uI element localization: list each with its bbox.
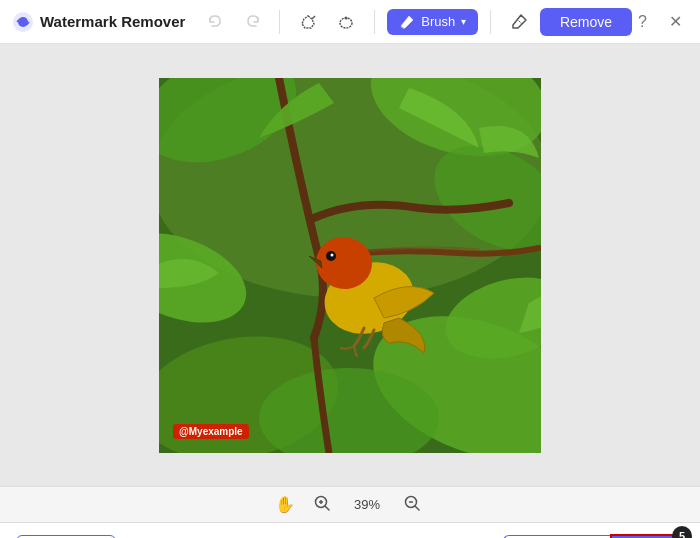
brush-icon [399,14,415,30]
app-logo: Watermark Remover [12,11,185,33]
notification-badge: 5 [672,526,692,538]
bird-image[interactable]: @Myexample [159,78,541,453]
canvas-area: @Myexample [0,44,700,486]
undo-button[interactable] [201,9,231,35]
save-button[interactable]: Save 5 [610,534,684,538]
brush-label: Brush [421,14,455,29]
svg-line-2 [312,16,315,19]
polygon-button[interactable] [330,8,362,36]
footer: New Image Crop & Save Save 5 [0,522,700,538]
bottom-toolbar: ✋ 39% [0,486,700,522]
zoom-out-icon [403,494,421,512]
footer-right: Crop & Save Save 5 [503,534,684,538]
close-icon: ✕ [669,13,682,30]
brush-chevron: ▾ [461,16,466,27]
hand-icon: ✋ [275,495,295,514]
redo-icon [243,13,261,31]
title-bar-right: ? ✕ [632,10,688,33]
eraser-icon [509,12,529,32]
app-logo-icon [12,11,34,33]
lasso-button[interactable] [292,8,324,36]
svg-line-5 [517,19,522,24]
toolbar-left: Brush ▾ [201,8,535,36]
toolbar-divider-1 [279,10,280,34]
zoom-level: 39% [349,497,385,512]
svg-point-4 [345,16,348,19]
zoom-out-button[interactable] [399,492,425,518]
toolbar-divider-3 [490,10,491,34]
brush-button[interactable]: Brush ▾ [387,9,478,35]
help-icon: ? [638,13,647,30]
watermark-text: @Myexample [173,424,249,439]
image-container: @Myexample [159,78,541,453]
bird-scene-svg [159,78,541,453]
zoom-in-icon [313,494,331,512]
toolbar-divider-2 [374,10,375,34]
title-bar: Watermark Remover [0,0,700,44]
polygon-icon [336,12,356,32]
redo-button[interactable] [237,9,267,35]
undo-icon [207,13,225,31]
remove-button[interactable]: Remove [540,8,632,36]
svg-line-23 [325,506,329,510]
zoom-in-button[interactable] [309,492,335,518]
eraser-button[interactable] [503,8,535,36]
remove-label: Remove [560,14,612,30]
svg-point-17 [331,253,334,256]
close-button[interactable]: ✕ [663,10,688,33]
svg-line-26 [415,506,419,510]
lasso-icon [298,12,318,32]
help-button[interactable]: ? [632,11,653,33]
app-title: Watermark Remover [40,13,185,30]
